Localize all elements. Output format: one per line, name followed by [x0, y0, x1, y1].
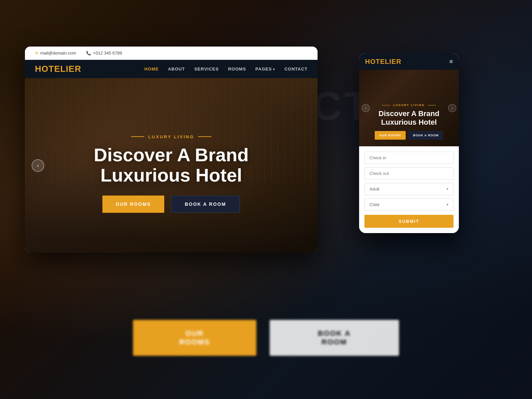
desktop-mockup: ✉ mail@domain.com 📞 +012 345 6789 HOTELI…: [25, 47, 318, 253]
adult-label: Adult: [369, 187, 379, 192]
luxury-living-label: LUXURY LIVING: [38, 134, 304, 139]
mobile-luxury-label: LUXURY LIVING: [366, 103, 452, 107]
mobile-hero-content: LUXURY LIVING Discover A Brand Luxurious…: [359, 103, 459, 140]
nav-pages[interactable]: PAGES: [255, 66, 275, 71]
background-buttons: OUR ROOMS BOOK A ROOM: [133, 320, 399, 356]
nav-rooms[interactable]: ROOMS: [228, 66, 246, 71]
nav-about[interactable]: ABOUT: [168, 66, 185, 71]
desktop-logo: HOTELIER: [35, 64, 81, 74]
mobile-hero: ‹ › LUXURY LIVING Discover A Brand Luxur…: [359, 70, 459, 146]
topbar-email: mail@domain.com: [40, 51, 76, 56]
mobile-hero-buttons: OUR ROOMS BOOK A ROOM: [366, 131, 452, 140]
bg-rooms-button: OUR ROOMS: [133, 320, 256, 356]
hero-buttons: OUR ROOMS BOOK A ROOM: [38, 196, 304, 213]
adult-select[interactable]: Adult ▾: [364, 183, 454, 195]
bg-book-button: BOOK A ROOM: [270, 320, 399, 356]
nav-items: HOME ABOUT SERVICES ROOMS PAGES CONTACT: [144, 66, 308, 71]
mobile-logo: HOTELIER: [365, 58, 401, 66]
nav-services[interactable]: SERVICES: [194, 66, 219, 71]
topbar-phone: +012 345 6789: [93, 51, 122, 56]
hero-title-line1: Discover A Brand: [94, 144, 249, 165]
nav-home[interactable]: HOME: [144, 66, 159, 71]
phone-contact: 📞 +012 345 6789: [86, 51, 122, 56]
mobile-booking-form: Adult ▾ Child ▾ SUBMIT: [359, 146, 459, 233]
adult-chevron-icon: ▾: [447, 187, 449, 191]
submit-button[interactable]: SUBMIT: [364, 215, 454, 228]
our-rooms-button[interactable]: OUR ROOMS: [102, 196, 164, 213]
child-select[interactable]: Child ▾: [364, 199, 454, 211]
mobile-title-line2: Luxurious Hotel: [381, 118, 437, 126]
desktop-nav: HOTELIER HOME ABOUT SERVICES ROOMS PAGES…: [25, 60, 318, 78]
check-in-input[interactable]: [364, 152, 454, 164]
mobile-nav: HOTELIER ≡: [359, 53, 459, 70]
email-icon: ✉: [35, 51, 38, 56]
email-contact: ✉ mail@domain.com: [35, 51, 76, 56]
desktop-hero: ‹ LUXURY LIVING Discover A Brand Luxurio…: [25, 78, 318, 253]
mobile-mockup: HOTELIER ≡ ‹ › LUXURY LIVING Discover A …: [359, 53, 459, 233]
phone-icon: 📞: [86, 51, 91, 56]
check-out-input[interactable]: [364, 167, 454, 180]
book-a-room-button[interactable]: BOOK A ROOM: [171, 196, 240, 213]
child-chevron-icon: ▾: [447, 202, 449, 207]
carousel-prev-button[interactable]: ‹: [32, 159, 44, 172]
mobile-title-line1: Discover A Brand: [379, 109, 440, 118]
mobile-book-button[interactable]: BOOK A ROOM: [408, 131, 443, 140]
mobile-hero-title: Discover A Brand Luxurious Hotel: [366, 109, 452, 126]
nav-contact[interactable]: CONTACT: [284, 66, 308, 71]
mobile-rooms-button[interactable]: OUR ROOMS: [375, 131, 406, 140]
hero-content: LUXURY LIVING Discover A Brand Luxurious…: [25, 134, 318, 213]
desktop-topbar: ✉ mail@domain.com 📞 +012 345 6789: [25, 47, 318, 60]
child-label: Child: [369, 202, 379, 207]
hamburger-icon[interactable]: ≡: [449, 58, 453, 65]
hero-title-line2: Luxurious Hotel: [100, 165, 242, 186]
hero-title: Discover A Brand Luxurious Hotel: [38, 145, 304, 186]
